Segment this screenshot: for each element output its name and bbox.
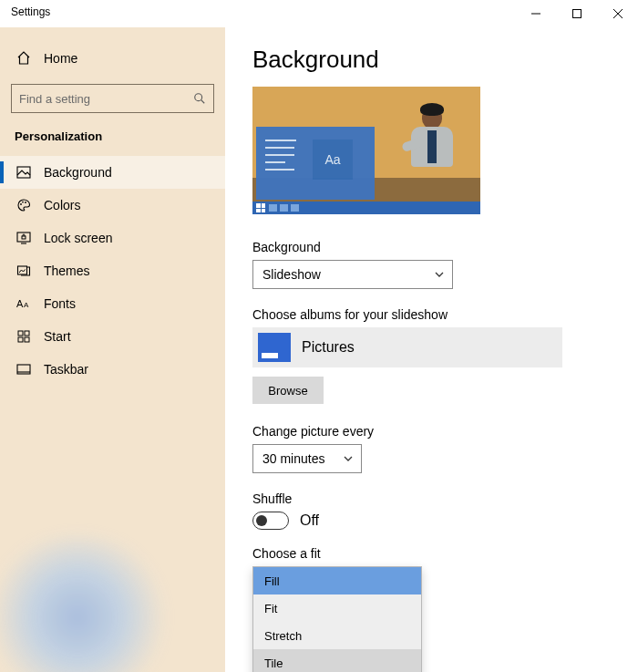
preview-window-overlay: Aa xyxy=(256,127,375,200)
albums-label: Choose albums for your slideshow xyxy=(252,307,611,322)
start-icon xyxy=(16,329,31,344)
sidebar-item-themes[interactable]: Themes xyxy=(0,254,225,287)
palette-icon xyxy=(16,198,31,212)
sidebar-decoration xyxy=(0,535,173,672)
sidebar-item-label: Lock screen xyxy=(44,231,112,245)
category-header: Personalization xyxy=(0,129,225,156)
close-button[interactable] xyxy=(597,0,638,27)
main-pane: Background Aa xyxy=(225,27,638,672)
background-select-value: Slideshow xyxy=(262,267,321,282)
sidebar-item-label: Themes xyxy=(44,264,90,278)
maximize-button[interactable] xyxy=(556,0,597,27)
sidebar-item-label: Fonts xyxy=(44,296,76,311)
sidebar-item-colors[interactable]: Colors xyxy=(0,189,225,222)
taskbar-icon xyxy=(16,362,31,377)
close-icon xyxy=(613,9,623,18)
svg-text:A: A xyxy=(16,298,24,309)
fonts-icon: AA xyxy=(16,296,31,311)
background-label: Background xyxy=(252,240,611,254)
minimize-icon xyxy=(531,9,540,18)
sidebar-item-lockscreen[interactable]: Lock screen xyxy=(0,222,225,254)
album-item[interactable]: Pictures xyxy=(252,327,562,367)
sidebar-item-taskbar[interactable]: Taskbar xyxy=(0,353,225,386)
search-box[interactable] xyxy=(11,84,214,113)
themes-icon xyxy=(16,264,31,278)
sidebar-item-label: Taskbar xyxy=(44,362,88,377)
svg-rect-19 xyxy=(25,337,29,342)
home-icon xyxy=(16,51,31,66)
sidebar-item-label: Start xyxy=(44,329,71,344)
home-label: Home xyxy=(44,51,77,66)
window-title: Settings xyxy=(11,5,50,18)
fit-option-fit[interactable]: Fit xyxy=(253,594,421,622)
change-every-select[interactable]: 30 minutes xyxy=(252,444,362,473)
minimize-button[interactable] xyxy=(515,0,556,27)
svg-rect-12 xyxy=(22,236,26,239)
preview-sample-text: Aa xyxy=(313,140,353,180)
browse-button[interactable]: Browse xyxy=(252,377,324,404)
fit-option-tile[interactable]: Tile xyxy=(253,649,421,672)
sidebar-item-background[interactable]: Background xyxy=(0,156,225,189)
svg-point-7 xyxy=(20,203,22,205)
svg-point-4 xyxy=(195,94,202,101)
maximize-icon xyxy=(572,9,581,18)
svg-rect-18 xyxy=(18,337,23,342)
search-icon xyxy=(193,92,206,105)
preview-taskbar xyxy=(252,202,480,214)
svg-rect-16 xyxy=(18,331,23,336)
shuffle-state: Off xyxy=(300,512,319,529)
fit-option-stretch[interactable]: Stretch xyxy=(253,622,421,649)
shuffle-label: Shuffle xyxy=(252,491,611,506)
chevron-down-icon xyxy=(434,269,445,280)
svg-rect-1 xyxy=(572,10,581,18)
preview-person xyxy=(422,107,453,167)
svg-point-9 xyxy=(25,202,26,203)
settings-window: Settings Home Personaliza xyxy=(0,0,638,672)
shuffle-toggle[interactable] xyxy=(252,512,289,530)
svg-point-8 xyxy=(22,202,24,203)
folder-icon xyxy=(258,333,291,362)
change-every-label: Change picture every xyxy=(252,424,611,439)
change-every-value: 30 minutes xyxy=(262,451,324,466)
sidebar-item-label: Background xyxy=(44,165,112,180)
fit-option-fill[interactable]: Fill xyxy=(253,567,421,594)
home-button[interactable]: Home xyxy=(0,44,225,73)
sidebar-item-label: Colors xyxy=(44,198,80,212)
svg-text:A: A xyxy=(24,301,29,309)
album-name: Pictures xyxy=(302,339,355,356)
sidebar-item-fonts[interactable]: AA Fonts xyxy=(0,287,225,320)
chevron-down-icon xyxy=(343,453,354,464)
desktop-preview: Aa xyxy=(252,87,480,214)
search-input[interactable] xyxy=(19,92,193,106)
background-select[interactable]: Slideshow xyxy=(252,260,453,289)
sidebar-item-start[interactable]: Start xyxy=(0,320,225,353)
fit-dropdown[interactable]: Fill Fit Stretch Tile Center Span xyxy=(252,566,422,672)
sidebar: Home Personalization Background Colo xyxy=(0,27,225,672)
fit-label: Choose a fit xyxy=(252,546,611,561)
titlebar: Settings xyxy=(0,0,638,27)
lock-screen-icon xyxy=(16,231,31,245)
page-title: Background xyxy=(252,46,611,74)
svg-line-5 xyxy=(201,100,205,104)
picture-icon xyxy=(16,165,31,180)
svg-rect-17 xyxy=(25,331,29,336)
